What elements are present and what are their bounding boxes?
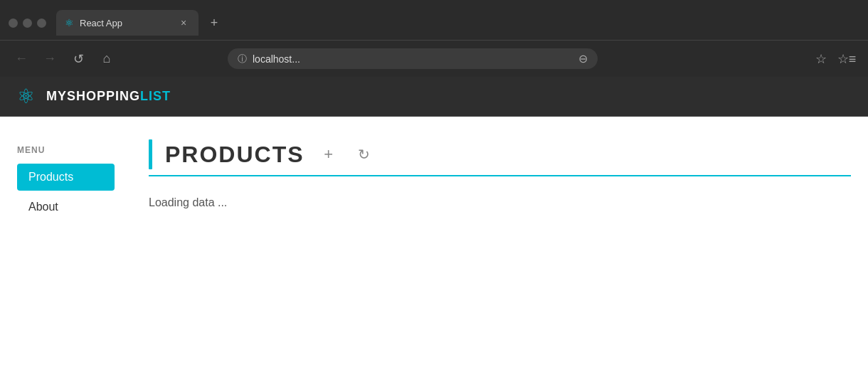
- title-accent: [149, 139, 152, 169]
- page-title: PRODUCTS: [165, 142, 305, 168]
- refresh-button[interactable]: ↻: [353, 143, 376, 166]
- close-light[interactable]: [9, 18, 18, 28]
- sidebar-item-products[interactable]: Products: [17, 164, 115, 191]
- back-button[interactable]: ←: [11, 49, 31, 69]
- address-text: localhost...: [253, 53, 573, 65]
- zoom-button[interactable]: ⊖: [578, 52, 588, 65]
- forward-button[interactable]: →: [40, 49, 60, 69]
- tab-title: React App: [80, 18, 171, 28]
- main-content: PRODUCTS + ↻ Loading data ...: [132, 134, 868, 313]
- app-content: MENU Products About PRODUCTS + ↻ Loading…: [0, 117, 868, 330]
- sidebar-item-about[interactable]: About: [17, 195, 115, 219]
- bookmark-button[interactable]: ☆: [811, 49, 831, 69]
- brand-shopping: SHOPPING: [67, 89, 140, 103]
- loading-text: Loading data ...: [149, 196, 851, 209]
- home-button[interactable]: ⌂: [97, 49, 117, 69]
- address-info-icon: ⓘ: [238, 53, 247, 65]
- app-header: ⚛ MYSHOPPINGLIST: [0, 77, 868, 117]
- active-tab[interactable]: ⚛ React App ×: [56, 10, 199, 36]
- app-logo-icon: ⚛: [17, 85, 35, 108]
- page-header: PRODUCTS + ↻: [149, 139, 851, 176]
- sidebar: MENU Products About: [0, 134, 132, 313]
- app-brand: MYSHOPPINGLIST: [46, 89, 171, 104]
- minimize-light[interactable]: [23, 18, 32, 28]
- nav-actions: ☆ ☆≡: [811, 49, 857, 69]
- address-bar[interactable]: ⓘ localhost... ⊖: [228, 48, 598, 69]
- brand-my: MY: [46, 89, 67, 103]
- brand-list: LIST: [140, 89, 171, 103]
- new-tab-button[interactable]: +: [204, 13, 224, 33]
- tab-bar: ⚛ React App × +: [56, 10, 859, 36]
- maximize-light[interactable]: [37, 18, 46, 28]
- menu-label: MENU: [17, 145, 115, 155]
- tab-close-button[interactable]: ×: [177, 16, 190, 29]
- traffic-lights: [9, 18, 46, 28]
- tab-favicon: ⚛: [65, 17, 74, 28]
- reload-button[interactable]: ↺: [68, 49, 88, 69]
- nav-bar: ← → ↺ ⌂ ⓘ localhost... ⊖ ☆ ☆≡: [0, 40, 868, 77]
- bookmarks-button[interactable]: ☆≡: [837, 49, 857, 69]
- add-product-button[interactable]: +: [317, 143, 340, 166]
